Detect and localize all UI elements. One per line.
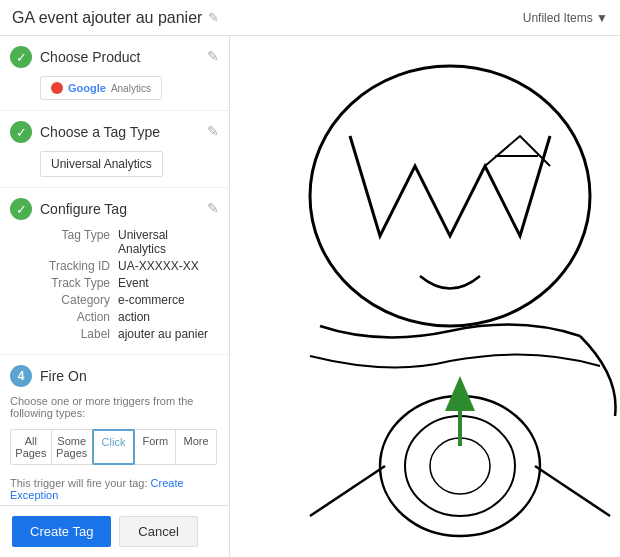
check-circle-1: ✓ (10, 46, 32, 68)
field-label-label: Label (40, 327, 118, 341)
left-panel: ✓ Choose Product ✎ Google Analytics ✓ Ch… (0, 36, 230, 557)
field-value-action: action (118, 310, 150, 324)
field-value-tracking-id: UA-XXXXX-XX (118, 259, 199, 273)
section-header: ✓ Choose Product (10, 46, 217, 68)
configure-tag-title: Configure Tag (40, 201, 127, 217)
tab-more[interactable]: More (176, 430, 216, 464)
field-value-track-type: Event (118, 276, 149, 290)
main-layout: ✓ Choose Product ✎ Google Analytics ✓ Ch… (0, 36, 620, 557)
top-bar: GA event ajouter au panier ✎ Unfiled Ite… (0, 0, 620, 36)
field-row-action: Action action (40, 310, 217, 324)
field-label-category: Category (40, 293, 118, 307)
product-button[interactable]: Google Analytics (40, 76, 162, 100)
google-icon (51, 82, 63, 94)
svg-point-4 (430, 438, 490, 494)
trigger-note: This trigger will fire your tag: Create … (10, 477, 217, 501)
page-title: GA event ajouter au panier ✎ (12, 9, 219, 27)
field-label-track-type: Track Type (40, 276, 118, 290)
fire-on-section: 4 Fire On Choose one or more triggers fr… (0, 355, 229, 505)
right-panel (230, 36, 620, 557)
check-circle-2: ✓ (10, 121, 32, 143)
drawing-canvas (230, 36, 620, 557)
field-value-category: e-commerce (118, 293, 185, 307)
check-circle-3: ✓ (10, 198, 32, 220)
svg-line-7 (310, 466, 385, 516)
sections-area: ✓ Choose Product ✎ Google Analytics ✓ Ch… (0, 36, 229, 505)
fire-on-title: Fire On (40, 368, 87, 384)
tab-click[interactable]: Click (92, 429, 136, 465)
choose-product-title: Choose Product (40, 49, 140, 65)
svg-marker-6 (445, 376, 475, 411)
choose-tag-type-section: ✓ Choose a Tag Type ✎ Universal Analytic… (0, 111, 229, 188)
tab-form[interactable]: Form (134, 430, 176, 464)
field-label-tracking-id: Tracking ID (40, 259, 118, 273)
cancel-button[interactable]: Cancel (119, 516, 197, 547)
field-value-tag-type: Universal Analytics (118, 228, 217, 256)
field-label-tag-type: Tag Type (40, 228, 118, 256)
analytics-text: Analytics (111, 83, 151, 94)
title-text: GA event ajouter au panier (12, 9, 202, 27)
google-text: Google (68, 82, 106, 94)
config-fields: Tag Type Universal Analytics Tracking ID… (40, 228, 217, 341)
edit-title-icon[interactable]: ✎ (208, 10, 219, 25)
step-number-4: 4 (10, 365, 32, 387)
field-row-tag-type: Tag Type Universal Analytics (40, 228, 217, 256)
choose-tag-type-title: Choose a Tag Type (40, 124, 160, 140)
create-tag-button[interactable]: Create Tag (12, 516, 111, 547)
edit-product-icon[interactable]: ✎ (207, 48, 219, 64)
section-header-3: ✓ Configure Tag (10, 198, 217, 220)
choose-product-section: ✓ Choose Product ✎ Google Analytics (0, 36, 229, 111)
fire-on-description: Choose one or more triggers from the fol… (10, 395, 217, 419)
section-header-2: ✓ Choose a Tag Type (10, 121, 217, 143)
trigger-tabs: All Pages Some Pages Click Form More (10, 429, 217, 465)
edit-tag-type-icon[interactable]: ✎ (207, 123, 219, 139)
svg-line-8 (535, 466, 610, 516)
tab-all-pages[interactable]: All Pages (11, 430, 52, 464)
svg-point-0 (310, 66, 590, 326)
field-value-label: ajouter au panier (118, 327, 208, 341)
field-row-label: Label ajouter au panier (40, 327, 217, 341)
field-row-track-type: Track Type Event (40, 276, 217, 290)
edit-configure-icon[interactable]: ✎ (207, 200, 219, 216)
unfiled-items[interactable]: Unfiled Items ▼ (523, 11, 608, 25)
configure-tag-section: ✓ Configure Tag ✎ Tag Type Universal Ana… (0, 188, 229, 355)
field-row-category: Category e-commerce (40, 293, 217, 307)
field-label-action: Action (40, 310, 118, 324)
bottom-bar: Create Tag Cancel (0, 505, 229, 557)
tab-some-pages[interactable]: Some Pages (52, 430, 93, 464)
tag-type-button[interactable]: Universal Analytics (40, 151, 163, 177)
field-row-tracking-id: Tracking ID UA-XXXXX-XX (40, 259, 217, 273)
fire-on-header: 4 Fire On (10, 365, 217, 387)
